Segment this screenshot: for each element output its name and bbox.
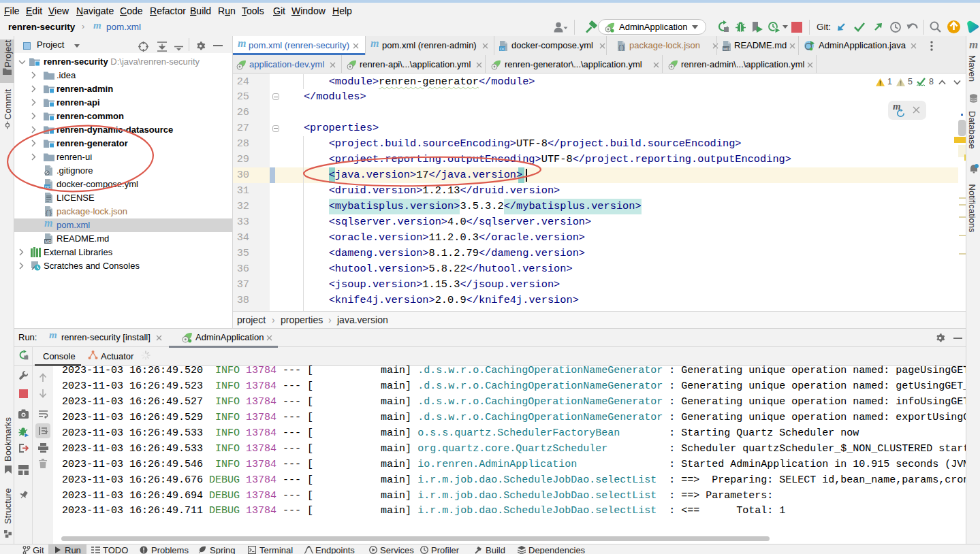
svg-text:DC: DC	[45, 185, 51, 189]
svg-text:DC: DC	[500, 47, 506, 51]
svg-text:MD: MD	[723, 47, 730, 51]
svg-text:MD: MD	[45, 240, 52, 244]
svg-text:{}: {}	[618, 45, 625, 51]
svg-text:{}: {}	[45, 210, 52, 216]
